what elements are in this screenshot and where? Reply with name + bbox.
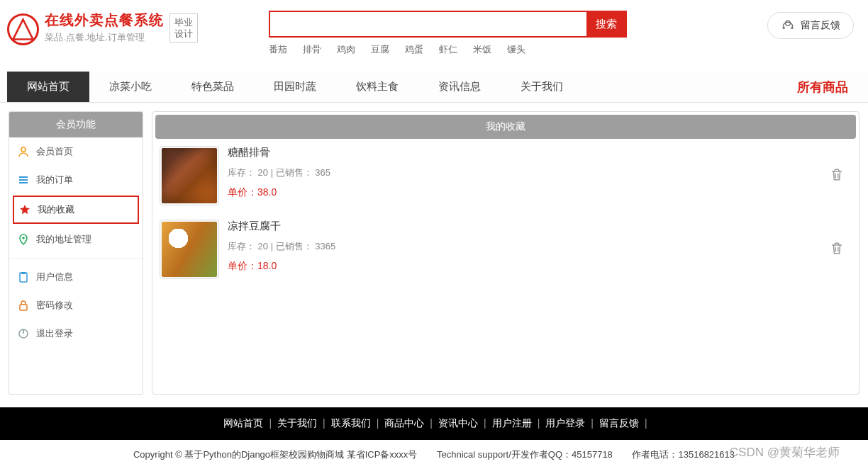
footer-link[interactable]: 联系我们 bbox=[331, 417, 371, 429]
feedback-button[interactable]: 留言反馈 bbox=[767, 12, 854, 39]
hot-keyword[interactable]: 豆腐 bbox=[371, 44, 389, 55]
svg-rect-3 bbox=[19, 176, 28, 178]
nav-item[interactable]: 田园时蔬 bbox=[254, 72, 336, 102]
sidebar-item-label: 我的收藏 bbox=[38, 203, 74, 216]
main-nav: 网站首页凉菜小吃特色菜品田园时蔬饮料主食资讯信息关于我们所有商品 bbox=[0, 72, 868, 103]
footer-link[interactable]: 网站首页 bbox=[223, 417, 263, 429]
separator: | bbox=[323, 417, 326, 429]
footer-link[interactable]: 用户注册 bbox=[492, 417, 532, 429]
nav-item[interactable]: 网站首页 bbox=[7, 72, 89, 102]
sidebar-item[interactable]: 我的收藏 bbox=[13, 196, 139, 224]
hot-keyword[interactable]: 馒头 bbox=[507, 44, 525, 55]
product-thumbnail[interactable] bbox=[160, 146, 219, 205]
product-name[interactable]: 凉拌豆腐干 bbox=[228, 220, 335, 233]
svg-point-2 bbox=[21, 147, 26, 152]
sidebar-item-label: 退出登录 bbox=[36, 327, 73, 340]
footer-link[interactable]: 用户登录 bbox=[545, 417, 585, 429]
copyright-text2: Technical support/开发作者QQ：45157718 bbox=[437, 449, 613, 460]
user-icon bbox=[18, 146, 29, 157]
site-title: 在线外卖点餐系统 bbox=[45, 11, 164, 30]
sidebar-item-label: 会员首页 bbox=[36, 145, 73, 158]
separator: | bbox=[645, 417, 647, 429]
hot-keywords: 番茄排骨鸡肉豆腐鸡蛋虾仁米饭馒头 bbox=[269, 43, 627, 56]
separator: | bbox=[591, 417, 594, 429]
hot-keyword[interactable]: 虾仁 bbox=[439, 44, 457, 55]
logo-block: 在线外卖点餐系统 菜品.点餐.地址.订单管理 毕业 设计 bbox=[7, 11, 198, 45]
nav-item[interactable]: 特色菜品 bbox=[172, 72, 254, 102]
footer-link[interactable]: 资讯中心 bbox=[438, 417, 478, 429]
svg-rect-5 bbox=[19, 182, 28, 183]
sidebar-item-label: 密码修改 bbox=[36, 299, 73, 312]
sidebar-item[interactable]: 用户信息 bbox=[9, 263, 143, 291]
feedback-label: 留言反馈 bbox=[801, 19, 840, 32]
hot-keyword[interactable]: 排骨 bbox=[303, 44, 321, 55]
main-title: 我的收藏 bbox=[155, 115, 856, 139]
product-thumbnail[interactable] bbox=[160, 220, 219, 279]
search-box: 搜索 bbox=[269, 11, 627, 38]
sidebar: 会员功能 会员首页我的订单我的收藏我的地址管理 用户信息密码修改退出登录 bbox=[9, 111, 143, 395]
delete-button[interactable] bbox=[829, 167, 845, 185]
favorite-item: 凉拌豆腐干库存： 20 | 已销售： 3365单价：18.0 bbox=[155, 213, 856, 286]
main-panel: 我的收藏 糖醋排骨库存： 20 | 已销售： 365单价：38.0凉拌豆腐干库存… bbox=[152, 111, 859, 395]
search-input[interactable] bbox=[270, 12, 586, 36]
copyright-text1: Copyright © 基于Python的Django框架校园购物商城 某省IC… bbox=[133, 449, 417, 460]
svg-point-1 bbox=[786, 21, 791, 26]
hot-keyword[interactable]: 鸡蛋 bbox=[405, 44, 423, 55]
sidebar-item-label: 我的订单 bbox=[36, 174, 73, 186]
sidebar-item[interactable]: 我的订单 bbox=[9, 166, 143, 194]
footer-link[interactable]: 商品中心 bbox=[384, 417, 424, 429]
separator: | bbox=[377, 417, 379, 429]
product-price: 单价：18.0 bbox=[228, 260, 335, 273]
favorite-item: 糖醋排骨库存： 20 | 已销售： 365单价：38.0 bbox=[155, 139, 856, 213]
watermark: CSDN @黄菊华老师 bbox=[730, 444, 840, 460]
hot-keyword[interactable]: 番茄 bbox=[269, 44, 287, 55]
sidebar-item[interactable]: 密码修改 bbox=[9, 291, 143, 319]
nav-item[interactable]: 凉菜小吃 bbox=[89, 72, 172, 102]
grad-badge: 毕业 设计 bbox=[169, 13, 198, 43]
footer-nav: 网站首页|关于我们|联系我们|商品中心|资讯中心|用户注册|用户登录|留言反馈| bbox=[0, 407, 868, 440]
location-icon bbox=[18, 234, 29, 245]
hot-keyword[interactable]: 鸡肉 bbox=[337, 44, 355, 55]
separator: | bbox=[430, 417, 433, 429]
svg-point-0 bbox=[13, 20, 33, 40]
headset-icon bbox=[781, 18, 795, 33]
footer-link[interactable]: 关于我们 bbox=[277, 417, 317, 429]
separator: | bbox=[538, 417, 540, 429]
site-subtitle: 菜品.点餐.地址.订单管理 bbox=[45, 31, 164, 44]
svg-rect-9 bbox=[20, 305, 27, 310]
product-name[interactable]: 糖醋排骨 bbox=[228, 146, 330, 159]
nav-item[interactable]: 饮料主食 bbox=[336, 72, 418, 102]
sidebar-divider bbox=[9, 258, 143, 259]
delete-button[interactable] bbox=[829, 241, 845, 259]
sidebar-item[interactable]: 会员首页 bbox=[9, 137, 143, 166]
svg-rect-4 bbox=[19, 179, 28, 181]
power-icon bbox=[18, 328, 29, 339]
product-stats: 库存： 20 | 已销售： 365 bbox=[228, 166, 330, 179]
copyright-text3: 作者电话：13516821613 bbox=[632, 449, 735, 460]
copyright: Copyright © 基于Python的Django框架校园购物商城 某省IC… bbox=[0, 440, 868, 464]
search-button[interactable]: 搜索 bbox=[586, 12, 625, 36]
trash-icon bbox=[829, 241, 845, 256]
sidebar-item-label: 用户信息 bbox=[36, 271, 73, 283]
clipboard-icon bbox=[18, 271, 29, 283]
list-icon bbox=[18, 174, 29, 186]
sidebar-item[interactable]: 我的地址管理 bbox=[9, 225, 143, 254]
svg-rect-8 bbox=[21, 272, 26, 274]
svg-point-6 bbox=[22, 237, 25, 239]
nav-item[interactable]: 资讯信息 bbox=[418, 72, 501, 102]
hot-keyword[interactable]: 米饭 bbox=[473, 44, 491, 55]
logo-icon bbox=[7, 13, 39, 45]
sidebar-item[interactable]: 退出登录 bbox=[9, 319, 143, 348]
nav-item[interactable]: 关于我们 bbox=[501, 72, 583, 102]
star-icon bbox=[19, 204, 30, 215]
product-stats: 库存： 20 | 已销售： 3365 bbox=[228, 240, 335, 253]
sidebar-title: 会员功能 bbox=[9, 112, 143, 137]
sidebar-item-label: 我的地址管理 bbox=[36, 233, 91, 246]
footer-link[interactable]: 留言反馈 bbox=[599, 417, 639, 429]
lock-icon bbox=[18, 300, 29, 311]
all-products-link[interactable]: 所有商品 bbox=[797, 79, 861, 96]
separator: | bbox=[484, 417, 486, 429]
separator: | bbox=[269, 417, 272, 429]
trash-icon bbox=[829, 167, 845, 183]
product-price: 单价：38.0 bbox=[228, 186, 330, 199]
